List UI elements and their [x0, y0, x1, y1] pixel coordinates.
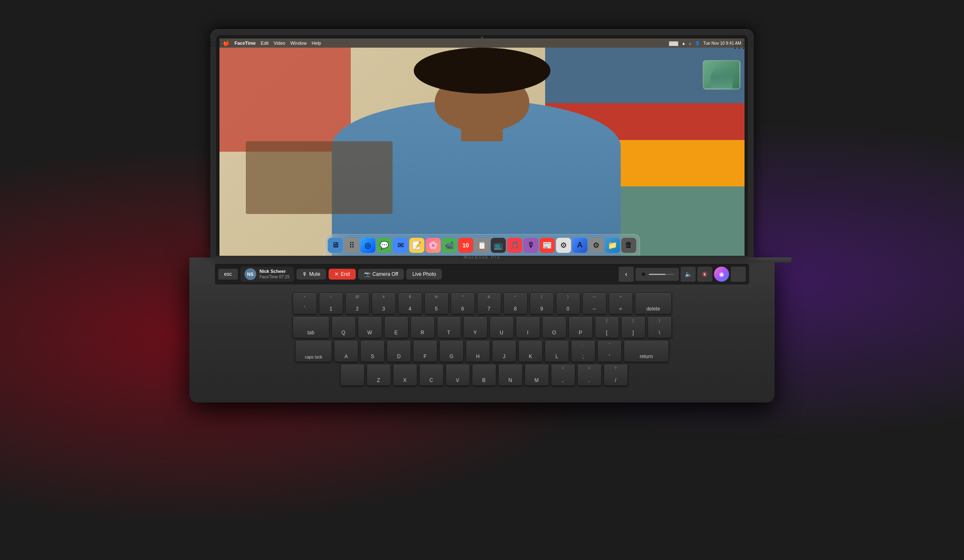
- key-bracket-open-main: [: [606, 330, 607, 336]
- search-icon[interactable]: ⌕: [689, 41, 691, 46]
- key-c[interactable]: C: [419, 364, 444, 386]
- help-menu[interactable]: Help: [312, 41, 321, 46]
- key-a[interactable]: A: [334, 340, 358, 362]
- key-bracket-close[interactable]: } ]: [621, 316, 645, 338]
- live-photo-button[interactable]: Live Photo: [406, 269, 442, 280]
- caller-details: Nick Scheer FaceTime 07:15: [260, 269, 290, 279]
- dock-icon-launchpad[interactable]: ⠿: [344, 238, 359, 253]
- key-delete[interactable]: delete: [635, 293, 672, 314]
- edit-menu[interactable]: Edit: [261, 41, 269, 46]
- key-star: *: [515, 295, 516, 299]
- dock-icon-mail[interactable]: ✉: [393, 238, 408, 253]
- key-4[interactable]: $ 4: [398, 293, 422, 314]
- window-menu[interactable]: Window: [290, 41, 306, 46]
- brightness-fill: [649, 274, 666, 275]
- key-p[interactable]: P: [569, 316, 593, 338]
- dock-icon-messages[interactable]: 💬: [377, 238, 392, 253]
- dock-icon-facetime[interactable]: 📹: [442, 238, 457, 253]
- key-s[interactable]: S: [360, 340, 385, 362]
- key-w[interactable]: W: [358, 316, 382, 338]
- key-8-main: 8: [514, 306, 517, 312]
- key-m[interactable]: M: [525, 364, 549, 386]
- key-5[interactable]: % 5: [424, 293, 449, 314]
- key-return[interactable]: return: [624, 340, 669, 362]
- key-3[interactable]: # 3: [372, 293, 396, 314]
- key-g[interactable]: G: [439, 340, 464, 362]
- dock-icon-safari[interactable]: ◎: [360, 238, 375, 253]
- key-capslock[interactable]: caps lock: [295, 340, 332, 362]
- key-z[interactable]: Z: [367, 364, 391, 386]
- key-dot-row4[interactable]: ·: [340, 364, 365, 386]
- video-menu[interactable]: Video: [274, 41, 286, 46]
- key-tab[interactable]: tab: [293, 316, 329, 338]
- brightness-control[interactable]: ☀: [635, 268, 679, 281]
- dock-icon-systemprefs[interactable]: ⚙: [556, 238, 571, 253]
- key-l[interactable]: L: [545, 340, 569, 362]
- key-v[interactable]: V: [446, 364, 470, 386]
- key-slash[interactable]: ? /: [604, 364, 628, 386]
- esc-key[interactable]: esc: [218, 269, 238, 280]
- chevron-left-button[interactable]: ‹: [619, 267, 634, 282]
- key-f[interactable]: F: [413, 340, 437, 362]
- key-0[interactable]: ) 0: [556, 293, 580, 314]
- dock-icon-notes2[interactable]: 📋: [474, 238, 490, 253]
- key-d[interactable]: D: [387, 340, 411, 362]
- key-backtick[interactable]: ~ `: [293, 293, 317, 314]
- dock-icon-trash[interactable]: 🗑: [621, 238, 636, 253]
- hinge: [214, 257, 791, 262]
- self-view-thumbnail[interactable]: [703, 60, 740, 89]
- keyboard-base: esc NS Nick Scheer FaceTime 07:15 🎙 Mute…: [189, 257, 775, 402]
- key-9[interactable]: ( 9: [530, 293, 554, 314]
- key-minus[interactable]: — –: [582, 293, 607, 314]
- dock-icon-files[interactable]: 📁: [605, 238, 620, 253]
- dock-icon-podcasts[interactable]: 🎙: [523, 238, 538, 253]
- key-7[interactable]: & 7: [477, 293, 501, 314]
- key-u[interactable]: U: [490, 316, 514, 338]
- power-button[interactable]: [731, 267, 746, 282]
- key-e[interactable]: E: [384, 316, 408, 338]
- dock-icon-notes[interactable]: 📝: [409, 238, 424, 253]
- mute-button[interactable]: 🎙 Mute: [296, 269, 326, 280]
- app-name[interactable]: FaceTime: [235, 41, 256, 46]
- key-r[interactable]: R: [411, 316, 435, 338]
- key-q[interactable]: Q: [332, 316, 356, 338]
- key-pipe[interactable]: | \: [648, 316, 672, 338]
- key-o[interactable]: O: [542, 316, 566, 338]
- key-b[interactable]: B: [472, 364, 496, 386]
- key-bracket-open[interactable]: { [: [595, 316, 619, 338]
- dock-icon-appstore[interactable]: A: [572, 238, 587, 253]
- key-quote[interactable]: " ': [597, 340, 622, 362]
- dock-icon-music[interactable]: 🎵: [507, 238, 522, 253]
- key-8[interactable]: * 8: [503, 293, 528, 314]
- key-comma[interactable]: < ,: [551, 364, 575, 386]
- key-j[interactable]: J: [492, 340, 516, 362]
- key-equals[interactable]: + =: [609, 293, 633, 314]
- number-row: ~ ` ! 1 @ 2 # 3 $ 4: [214, 293, 750, 314]
- dock-icon-news[interactable]: 📰: [540, 238, 555, 253]
- key-y[interactable]: Y: [463, 316, 487, 338]
- key-2[interactable]: @ 2: [345, 293, 370, 314]
- end-call-button[interactable]: ✕ End: [329, 269, 355, 280]
- key-semicolon-main: ;: [582, 354, 584, 359]
- dock-icon-systemprefs2[interactable]: ⚙: [589, 238, 604, 253]
- key-greater-than: >: [588, 366, 590, 370]
- key-i[interactable]: I: [516, 316, 540, 338]
- key-6[interactable]: ^ 6: [451, 293, 475, 314]
- dock-icon-tv[interactable]: 📺: [491, 238, 506, 253]
- key-t[interactable]: T: [437, 316, 461, 338]
- key-semicolon[interactable]: : ;: [571, 340, 595, 362]
- key-h[interactable]: H: [466, 340, 490, 362]
- dock-icon-calendar[interactable]: 10: [458, 238, 473, 253]
- siri-button[interactable]: ◉: [714, 267, 729, 282]
- key-1[interactable]: ! 1: [319, 293, 343, 314]
- camera-off-button[interactable]: 📷 Camera Off: [358, 269, 404, 280]
- key-period[interactable]: > .: [577, 364, 602, 386]
- volume-down-button[interactable]: 🔈: [681, 267, 696, 282]
- key-n[interactable]: N: [498, 364, 523, 386]
- dock-icon-finder[interactable]: 🖥: [328, 238, 343, 253]
- siri-icon: ◉: [719, 271, 724, 277]
- key-k[interactable]: K: [518, 340, 543, 362]
- volume-up-button[interactable]: 🔇: [697, 267, 712, 282]
- key-x[interactable]: X: [393, 364, 417, 386]
- dock-icon-photos[interactable]: 🌸: [426, 238, 441, 253]
